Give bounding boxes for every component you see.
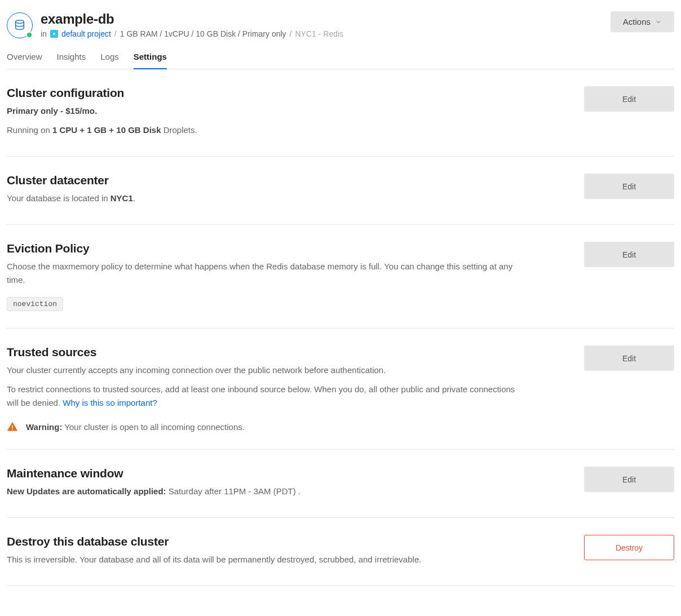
meta-line: in default project / 1 GB RAM / 1vCPU / … xyxy=(41,29,343,38)
maintenance-text: New Updates are automatically applied: S… xyxy=(7,485,525,498)
database-icon xyxy=(7,12,33,38)
plan-text: Primary only - $15/mo. xyxy=(7,106,97,116)
actions-button[interactable]: Actions xyxy=(611,11,674,32)
separator-icon: / xyxy=(114,29,117,38)
tab-insights[interactable]: Insights xyxy=(57,52,86,69)
section-title: Cluster configuration xyxy=(7,86,525,100)
trusted-desc1: Your cluster currently accepts any incom… xyxy=(7,364,525,377)
datacenter-text: Your database is located in NYC1. xyxy=(7,192,525,205)
region-engine: NYC1 - Redis xyxy=(295,29,344,38)
why-important-link[interactable]: Why is this so important? xyxy=(63,398,157,407)
section-title: Cluster datacenter xyxy=(7,174,525,187)
meta-in: in xyxy=(41,29,47,38)
section-maintenance-window: Maintenance window New Updates are autom… xyxy=(7,450,674,518)
edit-button[interactable]: Edit xyxy=(584,86,674,112)
project-link[interactable]: default project xyxy=(61,29,111,38)
edit-button[interactable]: Edit xyxy=(584,242,674,267)
section-destroy: Destroy this database cluster This is ir… xyxy=(7,518,674,586)
section-cluster-datacenter: Cluster datacenter Your database is loca… xyxy=(7,157,674,225)
spec-text: 1 GB RAM / 1vCPU / 10 GB Disk / Primary … xyxy=(120,29,286,38)
tab-logs[interactable]: Logs xyxy=(100,52,119,69)
status-dot-icon xyxy=(26,32,33,38)
edit-button[interactable]: Edit xyxy=(584,345,674,371)
page-title: example-db xyxy=(41,11,343,27)
section-title: Maintenance window xyxy=(7,467,525,480)
warning-icon xyxy=(7,421,18,432)
running-text: Running on 1 CPU + 1 GB + 10 GB Disk Dro… xyxy=(7,123,525,137)
section-title: Trusted sources xyxy=(7,345,525,359)
section-title: Eviction Policy xyxy=(7,242,525,255)
warning-text: Warning: Your cluster is open to all inc… xyxy=(26,422,245,432)
tabs: Overview Insights Logs Settings xyxy=(7,52,674,69)
eviction-policy-tag: noeviction xyxy=(7,297,63,311)
header-left: example-db in default project / 1 GB RAM… xyxy=(7,11,343,38)
tab-overview[interactable]: Overview xyxy=(7,52,42,69)
trusted-desc2: To restrict connections to trusted sourc… xyxy=(7,383,525,410)
chevron-down-icon xyxy=(655,19,662,25)
separator-icon: / xyxy=(290,29,292,38)
section-trusted-sources: Trusted sources Your cluster currently a… xyxy=(7,329,674,450)
section-cluster-configuration: Cluster configuration Primary only - $15… xyxy=(7,69,674,157)
svg-rect-1 xyxy=(12,426,13,428)
destroy-button[interactable]: Destroy xyxy=(584,535,674,560)
eviction-desc: Choose the maxmemory policy to determine… xyxy=(7,260,525,287)
project-icon xyxy=(50,30,58,38)
actions-label: Actions xyxy=(623,17,651,26)
page-header: example-db in default project / 1 GB RAM… xyxy=(7,11,674,38)
svg-rect-2 xyxy=(12,429,13,430)
section-title: Destroy this database cluster xyxy=(7,535,525,548)
warning-row: Warning: Your cluster is open to all inc… xyxy=(7,421,525,432)
edit-button[interactable]: Edit xyxy=(584,174,674,199)
edit-button[interactable]: Edit xyxy=(584,467,674,492)
title-block: example-db in default project / 1 GB RAM… xyxy=(41,11,343,38)
tab-settings[interactable]: Settings xyxy=(134,52,167,69)
svg-point-0 xyxy=(16,20,24,24)
destroy-desc: This is irreversible. Your database and … xyxy=(7,553,525,566)
section-eviction-policy: Eviction Policy Choose the maxmemory pol… xyxy=(7,225,674,329)
